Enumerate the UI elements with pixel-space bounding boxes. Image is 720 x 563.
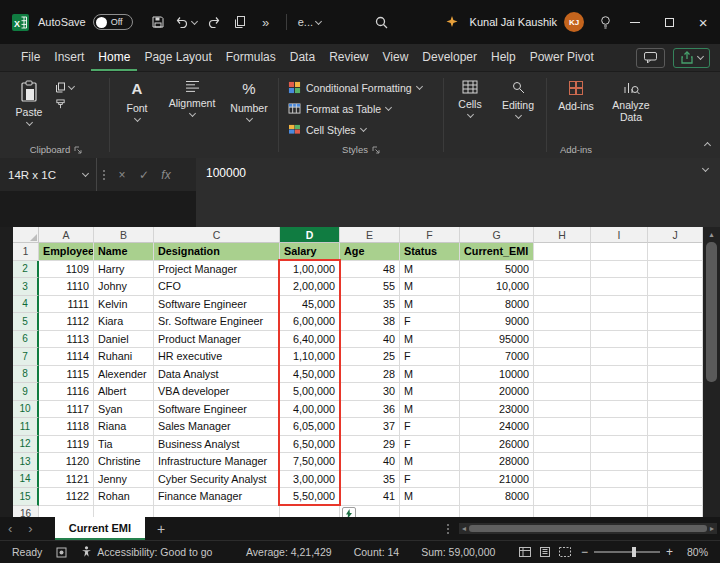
- cell-D8[interactable]: 4,50,000: [280, 366, 340, 384]
- cell-I14[interactable]: [591, 471, 648, 489]
- cell-F7[interactable]: F: [400, 348, 460, 366]
- cell-I3[interactable]: [591, 278, 648, 296]
- alignment-menu-button[interactable]: Alignment: [161, 72, 223, 141]
- row-header-1[interactable]: 1: [13, 243, 39, 261]
- analyze-data-button[interactable]: Analyze Data: [602, 72, 660, 141]
- cell-C13[interactable]: Infrastructure Manager: [154, 453, 280, 471]
- minimize-button[interactable]: [618, 0, 652, 44]
- column-header-C[interactable]: C: [154, 227, 280, 243]
- menu-tab-formulas[interactable]: Formulas: [219, 44, 283, 71]
- styles-dialog-launcher-icon[interactable]: [372, 146, 380, 154]
- cell-F4[interactable]: M: [400, 296, 460, 314]
- cell-F15[interactable]: M: [400, 488, 460, 506]
- cell-G11[interactable]: 24000: [460, 418, 534, 436]
- cell-G4[interactable]: 8000: [460, 296, 534, 314]
- column-header-D[interactable]: D: [280, 227, 340, 243]
- cell-H5[interactable]: [534, 313, 591, 331]
- cell-A8[interactable]: 1115: [39, 366, 94, 384]
- cancel-icon[interactable]: ×: [111, 158, 133, 191]
- cell-H12[interactable]: [534, 436, 591, 454]
- cell-E5[interactable]: 38: [340, 313, 400, 331]
- vertical-scrollbar[interactable]: ▴: [703, 227, 720, 517]
- redo-button[interactable]: [201, 8, 227, 36]
- zoom-in-button[interactable]: +: [660, 545, 679, 559]
- copy-button[interactable]: [227, 8, 253, 36]
- collapse-ribbon-icon[interactable]: [705, 134, 710, 152]
- cell-B1[interactable]: Name: [94, 243, 154, 261]
- search-icon[interactable]: [369, 8, 395, 36]
- cell-A13[interactable]: 1120: [39, 453, 94, 471]
- row-header-16[interactable]: 16: [13, 506, 39, 518]
- cell-J12[interactable]: [648, 436, 703, 454]
- cell-G14[interactable]: 21000: [460, 471, 534, 489]
- cell-C16[interactable]: [154, 506, 280, 518]
- row-header-15[interactable]: 15: [13, 488, 39, 506]
- cell-J3[interactable]: [648, 278, 703, 296]
- cell-E14[interactable]: 35: [340, 471, 400, 489]
- cell-J8[interactable]: [648, 366, 703, 384]
- zoom-slider[interactable]: [594, 551, 660, 553]
- cell-C8[interactable]: Data Analyst: [154, 366, 280, 384]
- column-header-J[interactable]: J: [648, 227, 703, 243]
- cell-J7[interactable]: [648, 348, 703, 366]
- cell-H15[interactable]: [534, 488, 591, 506]
- cell-J10[interactable]: [648, 401, 703, 419]
- horizontal-scrollbar[interactable]: ◂ ▸: [459, 523, 717, 534]
- cell-E12[interactable]: 29: [340, 436, 400, 454]
- paste-button[interactable]: Paste: [6, 72, 52, 141]
- insert-function-icon[interactable]: fx: [155, 158, 177, 191]
- menu-tab-data[interactable]: Data: [283, 44, 322, 71]
- cell-A6[interactable]: 1113: [39, 331, 94, 349]
- add-sheet-button[interactable]: +: [145, 521, 177, 537]
- cell-C7[interactable]: HR executive: [154, 348, 280, 366]
- row-header-8[interactable]: 8: [13, 366, 39, 384]
- cell-C5[interactable]: Sr. Software Engineer: [154, 313, 280, 331]
- cell-G15[interactable]: 8000: [460, 488, 534, 506]
- cell-I11[interactable]: [591, 418, 648, 436]
- cell-I13[interactable]: [591, 453, 648, 471]
- cell-G6[interactable]: 95000: [460, 331, 534, 349]
- horizontal-scroll-thumb[interactable]: [469, 525, 707, 532]
- cell-A2[interactable]: 1109: [39, 261, 94, 279]
- cell-H8[interactable]: [534, 366, 591, 384]
- cell-B7[interactable]: Ruhani: [94, 348, 154, 366]
- row-header-10[interactable]: 10: [13, 401, 39, 419]
- cell-J15[interactable]: [648, 488, 703, 506]
- cell-A1[interactable]: Employee: [39, 243, 94, 261]
- cell-F11[interactable]: F: [400, 418, 460, 436]
- cell-E15[interactable]: 41: [340, 488, 400, 506]
- cell-A4[interactable]: 1111: [39, 296, 94, 314]
- share-button[interactable]: [673, 48, 710, 68]
- cell-C15[interactable]: Finance Manager: [154, 488, 280, 506]
- cell-E9[interactable]: 30: [340, 383, 400, 401]
- cell-I4[interactable]: [591, 296, 648, 314]
- accessibility-status[interactable]: Accessibility: Good to go: [81, 546, 212, 558]
- column-header-F[interactable]: F: [400, 227, 460, 243]
- cell-H9[interactable]: [534, 383, 591, 401]
- autosave-toggle[interactable]: Off: [93, 14, 133, 30]
- cell-J11[interactable]: [648, 418, 703, 436]
- cell-D9[interactable]: 5,00,000: [280, 383, 340, 401]
- zoom-slider-thumb[interactable]: [632, 547, 636, 557]
- cell-B15[interactable]: Rohan: [94, 488, 154, 506]
- column-header-G[interactable]: G: [460, 227, 534, 243]
- scroll-left-icon[interactable]: ◂: [459, 524, 469, 533]
- cell-F14[interactable]: F: [400, 471, 460, 489]
- column-header-B[interactable]: B: [94, 227, 154, 243]
- row-header-3[interactable]: 3: [13, 278, 39, 296]
- cell-J16[interactable]: [648, 506, 703, 518]
- cell-G10[interactable]: 23000: [460, 401, 534, 419]
- cell-E10[interactable]: 36: [340, 401, 400, 419]
- sum-stat[interactable]: Sum: 59,00,000: [421, 546, 495, 558]
- cell-C11[interactable]: Sales Manager: [154, 418, 280, 436]
- cell-J13[interactable]: [648, 453, 703, 471]
- cell-B3[interactable]: Johny: [94, 278, 154, 296]
- cell-I15[interactable]: [591, 488, 648, 506]
- row-header-13[interactable]: 13: [13, 453, 39, 471]
- cell-A15[interactable]: 1122: [39, 488, 94, 506]
- row-header-5[interactable]: 5: [13, 313, 39, 331]
- cell-G5[interactable]: 9000: [460, 313, 534, 331]
- vertical-scroll-thumb[interactable]: [706, 242, 717, 382]
- cell-H7[interactable]: [534, 348, 591, 366]
- cell-H16[interactable]: [534, 506, 591, 518]
